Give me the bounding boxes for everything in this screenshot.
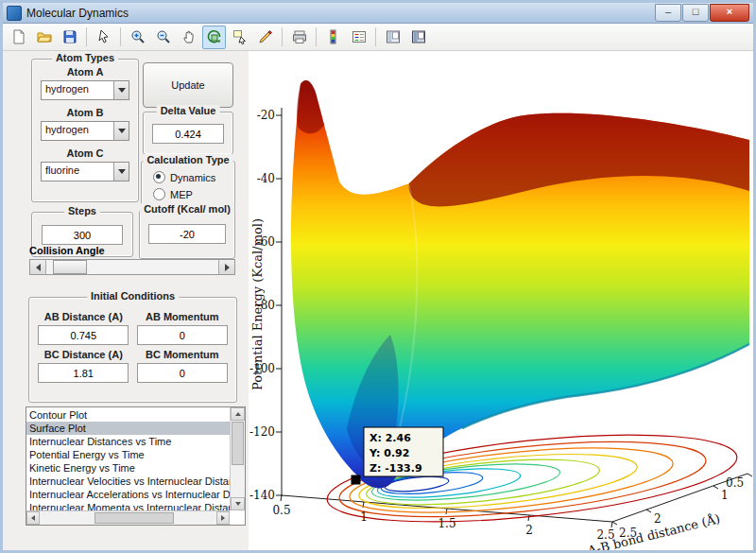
collision-angle-label: Collision Angle [29,245,105,256]
datatip[interactable]: X: 2.46 Y: 0.92 Z: -133.9 [352,427,443,484]
data-cursor-button[interactable] [228,26,251,49]
scroll-right-icon[interactable] [216,511,230,525]
collision-angle-slider[interactable] [29,259,235,275]
svg-text:-40: -40 [257,172,275,185]
cutoff-field[interactable] [148,224,226,244]
ab-momentum-field[interactable] [137,325,228,345]
svg-text:1.5: 1.5 [438,517,455,530]
atom-c-dropdown[interactable]: fluorine [41,162,129,181]
steps-title: Steps [64,205,100,216]
svg-text:0.5: 0.5 [726,476,744,490]
svg-text:Y: 0.92: Y: 0.92 [369,447,409,459]
dynamics-option[interactable]: Dynamics [153,171,234,183]
horizontal-scroll-thumb[interactable] [94,512,174,524]
ab-momentum-label: AB Momentum [136,311,230,322]
edit-plot-button[interactable] [92,26,115,49]
zoom-out-icon [156,29,171,44]
svg-text:1: 1 [360,510,368,524]
mep-option[interactable]: MEP [153,188,234,200]
slider-left-arrow-icon[interactable] [30,260,46,274]
plot-type-listbox[interactable]: Contour Plot Surface Plot Internuclear D… [26,406,246,526]
vertical-scrollbar[interactable] [230,407,245,510]
plottools-hide-icon [386,29,401,44]
minimize-button[interactable]: – [655,4,681,22]
data-cursor-icon [232,29,248,44]
chevron-down-icon[interactable] [113,81,129,99]
update-button[interactable]: Update [143,62,233,108]
initial-conditions-title: Initial Conditions [87,290,179,302]
radio-selected-icon[interactable] [153,171,165,183]
insert-legend-button[interactable] [347,26,370,49]
scroll-left-icon[interactable] [26,511,40,525]
list-item[interactable]: Internuclear Momenta vs Internuclear Dis… [26,501,230,510]
list-item[interactable]: Internuclear Distances vs Time [26,435,230,448]
list-item-selected[interactable]: Surface Plot [26,422,230,435]
zoom-in-button[interactable] [126,26,149,49]
svg-text:0.5: 0.5 [272,504,290,517]
list-item[interactable]: Contour Plot [26,408,230,422]
calculation-type-title: Calculation Type [143,154,232,165]
rotate-3d-icon [207,29,222,44]
print-button[interactable] [287,26,311,49]
delta-value-field[interactable] [152,124,224,144]
printer-icon [292,29,307,44]
chevron-down-icon[interactable] [113,163,129,181]
list-item[interactable]: Potential Energy vs Time [26,448,230,461]
z-axis-label: Potential Energy (Kcal/mol) [250,218,265,390]
list-item[interactable]: Kinetic Energy vs Time [26,461,230,475]
bc-distance-field[interactable] [38,363,129,383]
atom-b-dropdown[interactable]: hydrogen [41,121,129,141]
brush-button[interactable] [253,26,277,49]
steps-field[interactable] [42,225,123,245]
toolbar [3,24,753,51]
slider-right-arrow-icon[interactable] [218,260,234,274]
atom-a-dropdown[interactable]: hydrogen [41,80,129,100]
delta-value-title: Delta Value [157,105,220,116]
vertical-scroll-thumb[interactable] [232,422,244,465]
svg-text:2: 2 [525,524,533,537]
open-file-button[interactable] [32,26,56,49]
listbox-items: Contour Plot Surface Plot Internuclear D… [26,408,230,510]
radio-unselected-icon[interactable] [153,188,165,200]
figure-area: Atom Types Atom A hydrogen Atom B hydrog… [3,51,753,551]
plot-canvas[interactable]: -20 -40 -60 -80 -100 -120 -140 0.5 1 1.5… [249,51,753,551]
hand-icon [181,29,197,44]
delta-value-group: Delta Value [143,112,233,155]
list-item[interactable]: Internuclear Accelerations vs Internucle… [26,488,230,501]
scroll-up-icon[interactable] [231,407,245,421]
insert-colorbar-button[interactable] [321,26,345,49]
close-button[interactable]: × [710,4,749,22]
maximize-button[interactable]: □ [682,4,709,22]
svg-text:Z: -133.9: Z: -133.9 [369,462,422,475]
new-file-button[interactable] [7,26,30,49]
colorbar-icon [326,29,341,44]
datatip-marker[interactable] [352,475,360,484]
cutoff-title: Cutoff (Kcal/ mol) [140,203,234,215]
ab-distance-field[interactable] [38,325,129,345]
save-button[interactable] [58,26,81,49]
scroll-down-icon[interactable] [231,497,245,510]
pan-button[interactable] [177,26,200,49]
chevron-down-icon[interactable] [113,122,129,140]
atom-c-label: Atom C [32,147,138,159]
toolbar-separator [86,27,87,46]
bc-distance-label: BC Distance (A) [37,349,130,360]
zoom-out-button[interactable] [151,26,175,49]
rotate-3d-button[interactable] [202,26,226,49]
new-file-icon [11,29,26,44]
bc-momentum-field[interactable] [137,363,228,383]
dynamics-label: Dynamics [170,172,215,183]
slider-thumb[interactable] [53,260,87,274]
titlebar[interactable]: Molecular Dynamics – □ × [3,3,753,24]
plottools-hide-button[interactable] [381,26,404,49]
horizontal-scrollbar[interactable] [26,510,230,525]
svg-text:1: 1 [721,489,729,502]
svg-text:-20: -20 [257,109,275,122]
toolbar-separator [282,27,283,46]
legend-icon [352,29,367,44]
cutoff-group: Cutoff (Kcal/ mol) [139,210,235,259]
atom-b-label: Atom B [32,107,138,118]
zoom-in-icon [130,29,146,44]
plottools-show-button[interactable] [406,26,430,49]
list-item[interactable]: Internuclear Velocities vs Internuclear … [26,475,230,488]
